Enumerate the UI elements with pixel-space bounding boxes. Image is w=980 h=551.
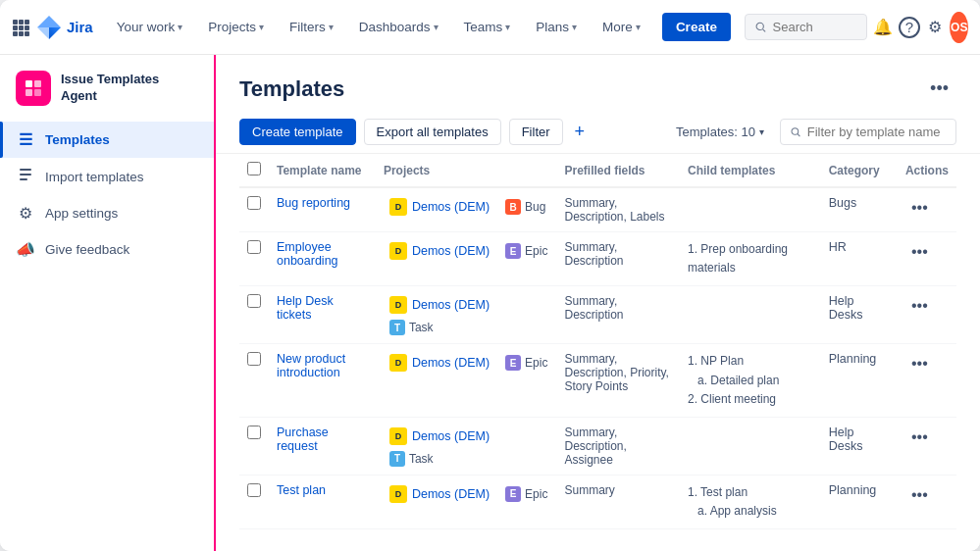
project-chip[interactable]: D Demos (DEM) xyxy=(384,426,495,447)
demo-icon: D xyxy=(389,296,407,314)
table-row: New product introduction D Demos (DEM) E… xyxy=(239,344,956,418)
project-cell: D Demos (DEM) E Epic xyxy=(376,344,557,418)
row-checkbox[interactable] xyxy=(247,240,261,254)
template-name-link[interactable]: Bug reporting xyxy=(277,196,350,210)
actions-cell: ••• xyxy=(898,232,956,286)
gear-settings-icon: ⚙ xyxy=(16,204,35,223)
row-actions-button[interactable]: ••• xyxy=(905,240,934,264)
select-all-checkbox[interactable] xyxy=(247,162,261,175)
settings-button[interactable]: ⚙ xyxy=(926,12,945,43)
nav-projects[interactable]: Projects ▾ xyxy=(198,14,274,40)
table-row: Test plan D Demos (DEM) E Epic Summary 1… xyxy=(239,475,956,528)
row-actions-button[interactable]: ••• xyxy=(905,483,934,507)
issue-type-badge: E Epic xyxy=(505,243,547,259)
page-more-button[interactable]: ••• xyxy=(922,75,956,103)
template-name-link[interactable]: New product introduction xyxy=(277,352,345,379)
templates-count[interactable]: Templates: 10 ▾ xyxy=(676,125,764,139)
app-icon xyxy=(16,71,51,106)
project-chip[interactable]: D Demos (DEM) xyxy=(384,483,495,505)
children-cell xyxy=(680,286,821,344)
svg-rect-0 xyxy=(13,20,18,25)
project-chip[interactable]: D Demos (DEM) xyxy=(384,294,495,316)
project-cell: D Demos (DEM) B Bug xyxy=(376,187,557,232)
search-box[interactable] xyxy=(745,14,867,40)
prefilled-cell: Summary, Description, Labels xyxy=(556,187,679,232)
chevron-down-icon: ▾ xyxy=(572,22,577,32)
export-all-button[interactable]: Export all templates xyxy=(364,119,501,145)
actions-cell: ••• xyxy=(898,417,956,475)
main-content: Templates ••• Create template Export all… xyxy=(216,55,980,551)
filter-button[interactable]: Filter xyxy=(509,119,563,145)
row-checkbox[interactable] xyxy=(247,352,261,366)
row-checkbox[interactable] xyxy=(247,294,261,308)
actions-cell: ••• xyxy=(898,475,956,528)
category-cell: Help Desks xyxy=(821,417,898,475)
filter-add-button[interactable]: + xyxy=(571,120,590,144)
demo-icon: D xyxy=(389,485,407,503)
svg-rect-15 xyxy=(20,169,31,171)
sidebar-item-templates[interactable]: ☰ Templates xyxy=(0,122,214,158)
row-checkbox-cell xyxy=(239,187,269,232)
actions-cell: ••• xyxy=(898,187,956,232)
prefilled-cell: Summary, Description, Assignee xyxy=(556,417,679,475)
svg-point-9 xyxy=(756,23,763,29)
svg-rect-4 xyxy=(19,25,24,30)
template-name-link[interactable]: Purchase request xyxy=(277,426,329,453)
help-button[interactable]: ? xyxy=(899,12,920,43)
chevron-down-icon: ▾ xyxy=(434,22,438,32)
issue-type-icon: E xyxy=(505,486,521,502)
svg-rect-7 xyxy=(19,31,24,36)
filter-name-input[interactable] xyxy=(807,125,946,139)
sidebar-item-feedback[interactable]: 📣 Give feedback xyxy=(0,231,214,268)
project-chip[interactable]: D Demos (DEM) xyxy=(384,352,495,374)
project-cell: D Demos (DEM) T Task xyxy=(376,417,557,475)
row-actions-button[interactable]: ••• xyxy=(905,294,934,318)
template-name-cell: Purchase request xyxy=(269,417,376,475)
template-name-link[interactable]: Employee onboarding xyxy=(277,240,338,268)
nav-teams[interactable]: Teams ▾ xyxy=(454,14,521,40)
table-row: Employee onboarding D Demos (DEM) E Epic… xyxy=(239,232,956,286)
row-actions-button[interactable]: ••• xyxy=(905,426,934,449)
issue-type-badge: T Task xyxy=(389,451,434,467)
template-name-cell: New product introduction xyxy=(269,344,376,418)
nav-dashboards[interactable]: Dashboards ▾ xyxy=(349,14,448,40)
nav-your-work[interactable]: Your work ▾ xyxy=(107,14,193,40)
project-chip[interactable]: D Demos (DEM) xyxy=(384,196,495,218)
svg-line-10 xyxy=(763,28,766,31)
template-name-link[interactable]: Test plan xyxy=(277,483,326,497)
issue-type-badge: T Task xyxy=(389,320,434,335)
create-template-button[interactable]: Create template xyxy=(239,119,356,145)
sidebar-item-settings[interactable]: ⚙ App settings xyxy=(0,195,214,231)
nav-filters[interactable]: Filters ▾ xyxy=(280,14,343,40)
project-cell: D Demos (DEM) T Task xyxy=(376,286,557,344)
issue-type-icon: B xyxy=(505,199,521,215)
table-row: Help Desk tickets D Demos (DEM) T Task S… xyxy=(239,286,956,344)
search-input[interactable] xyxy=(773,20,856,34)
chevron-down-icon: ▾ xyxy=(636,22,641,32)
template-name-link[interactable]: Help Desk tickets xyxy=(277,294,334,322)
row-checkbox[interactable] xyxy=(247,483,261,497)
col-checkbox xyxy=(239,154,269,187)
category-cell: Planning xyxy=(821,475,898,528)
grid-icon[interactable] xyxy=(12,14,29,41)
filter-name-box[interactable] xyxy=(780,119,956,145)
bell-icon: 🔔 xyxy=(873,18,893,36)
row-checkbox[interactable] xyxy=(247,426,261,439)
project-chip[interactable]: D Demos (DEM) xyxy=(384,240,495,262)
user-avatar[interactable]: OS xyxy=(950,12,968,43)
row-actions-button[interactable]: ••• xyxy=(905,352,934,376)
row-checkbox[interactable] xyxy=(247,196,261,210)
notifications-button[interactable]: 🔔 xyxy=(873,12,893,43)
row-actions-button[interactable]: ••• xyxy=(905,196,934,220)
svg-point-18 xyxy=(792,127,799,134)
nav-plans[interactable]: Plans ▾ xyxy=(526,14,587,40)
svg-rect-14 xyxy=(34,89,41,96)
issue-type-icon: E xyxy=(505,243,521,259)
svg-rect-2 xyxy=(25,20,29,25)
create-button[interactable]: Create xyxy=(662,13,731,41)
jira-logo[interactable]: Jira xyxy=(35,14,93,41)
sidebar-item-import[interactable]: Import templates xyxy=(0,158,214,195)
demo-icon: D xyxy=(389,427,407,445)
children-cell: 1. Test plana. App analysis xyxy=(680,475,821,528)
nav-more[interactable]: More ▾ xyxy=(593,14,650,40)
